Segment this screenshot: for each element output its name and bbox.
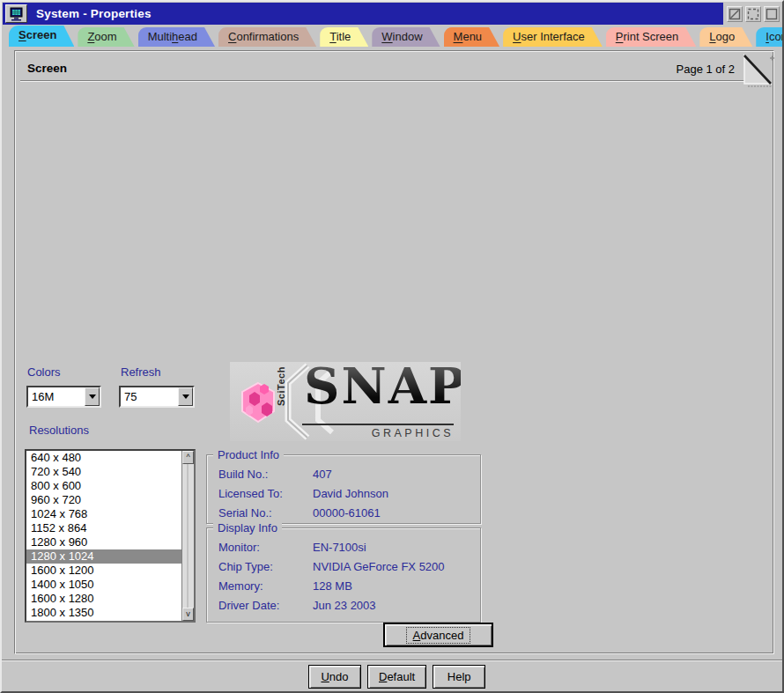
info-value: Jun 23 2003 bbox=[313, 599, 376, 612]
info-value: 128 MB bbox=[313, 579, 352, 593]
tab-bar: ScreenZoomMultiheadConfirmationsTitleWin… bbox=[9, 26, 784, 47]
colors-dropdown[interactable]: 16M bbox=[26, 386, 101, 408]
notebook-page-panel: Screen Page 1 of 2 Colors 16M Refresh 75… bbox=[14, 50, 774, 654]
advanced-button[interactable]: Advanced bbox=[383, 623, 493, 647]
product-info-group: Product Info Build No.:407Licensed To:Da… bbox=[206, 454, 481, 524]
undo-button[interactable]: Undo bbox=[308, 665, 361, 689]
product-info-rows: Build No.:407Licensed To:David JohnsonSe… bbox=[207, 455, 480, 520]
resolutions-label: Resolutions bbox=[29, 424, 89, 437]
resolution-option[interactable]: 1800 x 1350 bbox=[26, 606, 194, 620]
chevron-down-icon bbox=[182, 394, 189, 402]
resolution-option[interactable]: 960 x 720 bbox=[26, 493, 194, 507]
display-info-group: Display Info Monitor:EN-7100siChip Type:… bbox=[206, 527, 481, 623]
graphics-wordmark: GRAPHICS bbox=[372, 427, 454, 439]
tab-window[interactable]: Window bbox=[372, 27, 440, 47]
info-row: Serial No.:00000-61061 bbox=[218, 506, 480, 520]
info-value: EN-7100si bbox=[313, 541, 366, 554]
footer-divider bbox=[2, 660, 782, 661]
refresh-dropdown-button[interactable] bbox=[178, 387, 193, 406]
resolution-option[interactable]: 1280 x 1024 bbox=[26, 549, 194, 564]
scroll-down-icon[interactable]: v bbox=[182, 608, 194, 621]
tab-menu[interactable]: Menu bbox=[444, 27, 500, 47]
advanced-button-label: Advanced bbox=[407, 628, 470, 643]
resolution-option[interactable]: 800 x 600 bbox=[26, 479, 194, 493]
product-info-title: Product Info bbox=[213, 448, 284, 461]
tab-logo[interactable]: Logo bbox=[699, 27, 752, 47]
restore-window-icon bbox=[747, 8, 759, 20]
next-page-button[interactable] bbox=[743, 54, 774, 91]
info-label: Driver Date: bbox=[218, 599, 313, 612]
resolutions-items: 640 x 480720 x 540800 x 600960 x 7201024… bbox=[26, 451, 194, 620]
resolution-option[interactable]: 1600 x 1280 bbox=[26, 592, 194, 606]
resolution-option[interactable]: 1600 x 1200 bbox=[26, 564, 194, 578]
tab-print-screen[interactable]: Print Screen bbox=[606, 27, 697, 47]
default-button[interactable]: Default bbox=[367, 665, 426, 689]
info-row: Monitor:EN-7100si bbox=[218, 541, 480, 554]
scitech-brand-text: SciTech bbox=[276, 366, 286, 406]
refresh-dropdown[interactable]: 75 bbox=[119, 386, 195, 408]
resolution-option[interactable]: 1400 x 1050 bbox=[26, 578, 194, 592]
resolution-option[interactable]: 1024 x 768 bbox=[26, 507, 194, 521]
info-label: Monitor: bbox=[218, 541, 313, 554]
header-divider bbox=[20, 80, 749, 82]
page-title: Screen bbox=[27, 62, 67, 75]
tab-user-interface[interactable]: User Interface bbox=[503, 27, 603, 47]
info-row: Memory:128 MB bbox=[218, 579, 480, 593]
shade-window-button[interactable] bbox=[727, 6, 743, 22]
info-row: Driver Date:Jun 23 2003 bbox=[218, 599, 480, 612]
colors-label: Colors bbox=[27, 365, 61, 379]
window-title: System - Properties bbox=[36, 7, 152, 20]
refresh-label: Refresh bbox=[121, 365, 161, 379]
listbox-scrollbar[interactable]: ^ v bbox=[181, 451, 194, 621]
info-row: Build No.:407 bbox=[218, 468, 480, 481]
snap-graphics-logo: SciTech SNAP GRAPHICS bbox=[230, 362, 461, 441]
chevron-down-icon bbox=[89, 394, 96, 402]
info-label: Build No.: bbox=[218, 468, 313, 481]
info-value: 00000-61061 bbox=[313, 506, 381, 520]
info-value: 407 bbox=[313, 468, 332, 481]
info-row: Licensed To:David Johnson bbox=[218, 487, 480, 500]
titlebar: System - Properties bbox=[3, 3, 781, 25]
info-value: NVIDIA GeForce FX 5200 bbox=[313, 560, 445, 573]
titlebar-blue-area[interactable]: System - Properties bbox=[3, 3, 723, 25]
resolution-option[interactable]: 1152 x 864 bbox=[26, 521, 194, 535]
display-info-rows: Monitor:EN-7100siChip Type:NVIDIA GeForc… bbox=[207, 528, 480, 612]
page-indicator: Page 1 of 2 bbox=[677, 63, 736, 76]
info-row: Chip Type:NVIDIA GeForce FX 5200 bbox=[218, 560, 480, 573]
refresh-value: 75 bbox=[121, 390, 178, 403]
restore-window-button[interactable] bbox=[745, 6, 761, 22]
scrollbar-track[interactable] bbox=[182, 464, 194, 608]
footer-buttons: UndoDefaultHelp bbox=[308, 665, 485, 689]
colors-dropdown-button[interactable] bbox=[85, 387, 100, 406]
info-value: David Johnson bbox=[313, 487, 388, 500]
tab-multihead[interactable]: Multihead bbox=[138, 27, 215, 47]
info-label: Serial No.: bbox=[218, 506, 313, 520]
tab-zoom[interactable]: Zoom bbox=[78, 27, 134, 47]
info-label: Licensed To: bbox=[218, 487, 313, 500]
help-button[interactable]: Help bbox=[433, 665, 485, 689]
shade-window-icon bbox=[729, 8, 741, 20]
snap-wordmark: SNAP bbox=[304, 362, 461, 415]
resolution-option[interactable]: 640 x 480 bbox=[26, 451, 194, 465]
colors-value: 16M bbox=[28, 390, 85, 403]
resolutions-listbox[interactable]: 640 x 480720 x 540800 x 600960 x 7201024… bbox=[25, 449, 196, 623]
tab-icon[interactable]: Icon bbox=[756, 27, 784, 47]
page-turn-icon bbox=[743, 54, 774, 91]
resolution-option[interactable]: 720 x 540 bbox=[26, 465, 194, 479]
logo-rule bbox=[302, 424, 454, 425]
display-info-title: Display Info bbox=[213, 521, 282, 534]
system-menu-button[interactable] bbox=[5, 4, 27, 23]
info-label: Memory: bbox=[218, 579, 313, 593]
tab-screen[interactable]: Screen bbox=[9, 26, 74, 47]
system-properties-window: System - Properties ScreenZoomMultih bbox=[0, 0, 784, 693]
computer-monitor-icon bbox=[9, 7, 24, 21]
info-label: Chip Type: bbox=[218, 560, 313, 573]
pink-molecule-icon bbox=[237, 381, 279, 424]
maximize-window-button[interactable] bbox=[764, 6, 780, 22]
tab-confirmations[interactable]: Confirmations bbox=[218, 27, 316, 47]
titlebar-controls bbox=[723, 3, 781, 25]
resolution-option[interactable]: 1280 x 960 bbox=[26, 535, 194, 549]
scroll-up-icon[interactable]: ^ bbox=[182, 451, 194, 464]
maximize-window-icon bbox=[766, 8, 778, 20]
tab-title[interactable]: Title bbox=[320, 27, 368, 47]
